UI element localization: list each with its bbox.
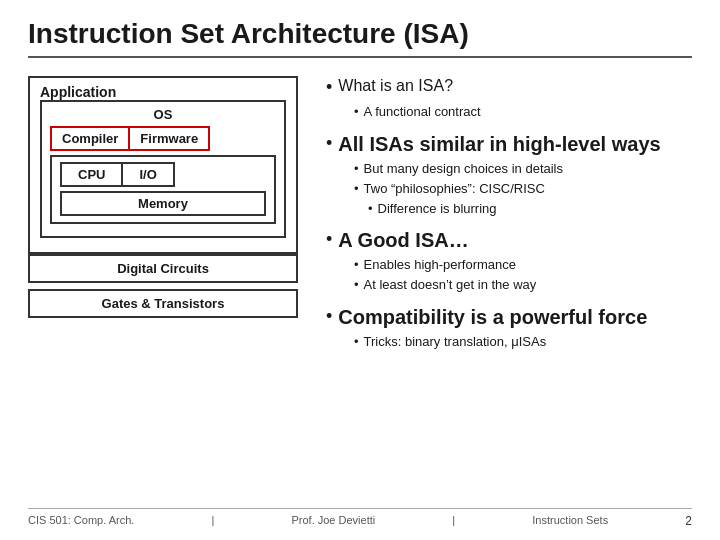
sub-bullets-1: • A functional contract xyxy=(354,103,692,121)
cpu-io-row: CPU I/O xyxy=(60,162,266,187)
footer-separator-1: | xyxy=(212,514,215,528)
sub-bullet-4-1: • Tricks: binary translation, μISAs xyxy=(354,333,692,351)
sub-bullet-dot-3-2: • xyxy=(354,276,359,294)
sub-bullet-text-3-1: Enables high-performance xyxy=(364,256,516,274)
compiler-firmware-row: Compiler Firmware xyxy=(50,126,276,151)
io-box: I/O xyxy=(123,162,174,187)
sub-bullets-4: • Tricks: binary translation, μISAs xyxy=(354,333,692,351)
cpu-box: CPU xyxy=(60,162,123,187)
sub-bullets-2: • But many design choices in details • T… xyxy=(354,160,692,219)
main-bullet-text-2: All ISAs similar in high-level ways xyxy=(338,132,660,156)
bullet-section-3: • A Good ISA… • Enables high-performance… xyxy=(326,228,692,294)
gates-transistors-box: Gates & Transistors xyxy=(28,289,298,318)
sub-bullet-text-3-2: At least doesn’t get in the way xyxy=(364,276,537,294)
footer-middle: Prof. Joe Devietti xyxy=(291,514,375,528)
firmware-box: Firmware xyxy=(130,126,210,151)
sub-bullet-2-2: • Two “philosophies”: CISC/RISC xyxy=(354,180,692,198)
main-bullet-text-4: Compatibility is a powerful force xyxy=(338,305,647,329)
footer-page-number: 2 xyxy=(685,514,692,528)
bullet-dot-4: • xyxy=(326,305,332,328)
hardware-box: CPU I/O Memory xyxy=(50,155,276,224)
bullet-dot-1: • xyxy=(326,76,332,99)
sub-bullet-text-2-1: But many design choices in details xyxy=(364,160,563,178)
bullet-section-2: • All ISAs similar in high-level ways • … xyxy=(326,132,692,219)
footer-separator-2: | xyxy=(452,514,455,528)
compiler-box: Compiler xyxy=(50,126,130,151)
sub-bullet-dot-2-3: • xyxy=(368,200,373,218)
bullet-dot-2: • xyxy=(326,132,332,155)
sub-bullet-text-2-3: Difference is blurring xyxy=(378,200,497,218)
sub-bullet-2-1: • But many design choices in details xyxy=(354,160,692,178)
os-box: OS Compiler Firmware CPU I/O xyxy=(40,100,286,238)
slide-title: Instruction Set Architecture (ISA) xyxy=(28,18,692,58)
main-bullet-2: • All ISAs similar in high-level ways xyxy=(326,132,692,156)
main-bullet-4: • Compatibility is a powerful force xyxy=(326,305,692,329)
sub-bullet-dot-2-2: • xyxy=(354,180,359,198)
sub-bullet-2-3: • Difference is blurring xyxy=(354,200,692,218)
application-box: Application OS Compiler Firmware CPU xyxy=(28,76,298,254)
digital-circuits-box: Digital Circuits xyxy=(28,254,298,283)
main-bullet-text-1: What is an ISA? xyxy=(338,76,453,97)
footer: CIS 501: Comp. Arch. | Prof. Joe Deviett… xyxy=(28,508,692,528)
bullet-section-1: • What is an ISA? • A functional contrac… xyxy=(326,76,692,122)
main-bullet-3: • A Good ISA… xyxy=(326,228,692,252)
sub-bullet-dot-3-1: • xyxy=(354,256,359,274)
sub-bullet-3-2: • At least doesn’t get in the way xyxy=(354,276,692,294)
main-bullet-1: • What is an ISA? xyxy=(326,76,692,99)
bullet-section-4: • Compatibility is a powerful force • Tr… xyxy=(326,305,692,351)
sub-bullet-dot-4-1: • xyxy=(354,333,359,351)
sub-bullet-text-2-2: Two “philosophies”: CISC/RISC xyxy=(364,180,545,198)
slide: Instruction Set Architecture (ISA) Appli… xyxy=(0,0,720,540)
sub-bullet-1-1: • A functional contract xyxy=(354,103,692,121)
os-label: OS xyxy=(50,107,276,122)
bullet-dot-3: • xyxy=(326,228,332,251)
memory-box: Memory xyxy=(60,191,266,216)
content-area: Application OS Compiler Firmware CPU xyxy=(28,76,692,361)
left-diagram: Application OS Compiler Firmware CPU xyxy=(28,76,298,361)
sub-bullets-3: • Enables high-performance • At least do… xyxy=(354,256,692,294)
sub-bullet-dot-2-1: • xyxy=(354,160,359,178)
sub-bullet-3-1: • Enables high-performance xyxy=(354,256,692,274)
sub-bullet-text-4-1: Tricks: binary translation, μISAs xyxy=(364,333,547,351)
sub-bullet-dot-1-1: • xyxy=(354,103,359,121)
application-label: Application xyxy=(40,84,286,100)
footer-left: CIS 501: Comp. Arch. xyxy=(28,514,134,528)
sub-bullet-text-1-1: A functional contract xyxy=(364,103,481,121)
footer-right: Instruction Sets xyxy=(532,514,608,528)
right-content: • What is an ISA? • A functional contrac… xyxy=(318,76,692,361)
main-bullet-text-3: A Good ISA… xyxy=(338,228,468,252)
